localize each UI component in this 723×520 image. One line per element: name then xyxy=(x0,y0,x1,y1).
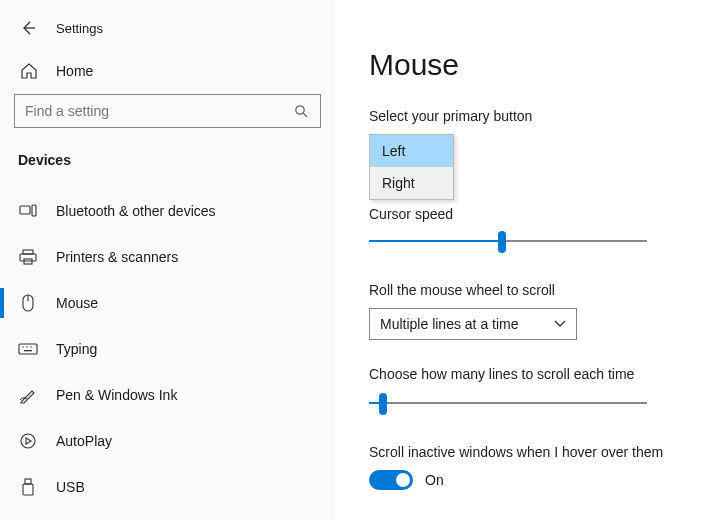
inactive-scroll-label: Scroll inactive windows when I hover ove… xyxy=(369,444,693,460)
slider-thumb[interactable] xyxy=(379,393,387,415)
header-title: Settings xyxy=(56,21,103,36)
devices-icon xyxy=(18,201,38,221)
toggle-state-label: On xyxy=(425,472,444,488)
header-row: Settings xyxy=(0,10,335,52)
page-title: Mouse xyxy=(369,48,693,82)
scroll-mode-select[interactable]: Multiple lines at a time xyxy=(369,308,577,340)
sidebar-item-autoplay[interactable]: AutoPlay xyxy=(0,418,335,464)
svg-rect-4 xyxy=(20,254,36,261)
cursor-speed-label: Cursor speed xyxy=(369,206,693,222)
autoplay-icon xyxy=(18,431,38,451)
main-content: Mouse Select your primary button Left Ri… xyxy=(335,0,723,520)
inactive-scroll-toggle[interactable] xyxy=(369,470,413,490)
sidebar-item-usb[interactable]: USB xyxy=(0,464,335,510)
sidebar-item-label: Pen & Windows Ink xyxy=(56,387,177,403)
svg-point-0 xyxy=(296,106,304,114)
sidebar-item-label: Bluetooth & other devices xyxy=(56,203,216,219)
dropdown-option-right[interactable]: Right xyxy=(370,167,453,199)
chevron-down-icon xyxy=(554,320,566,328)
scroll-lines-label: Choose how many lines to scroll each tim… xyxy=(369,366,693,382)
section-label: Devices xyxy=(0,146,335,188)
svg-rect-1 xyxy=(20,206,30,214)
sidebar-item-label: Typing xyxy=(56,341,97,357)
keyboard-icon xyxy=(18,339,38,359)
search-box[interactable] xyxy=(14,94,321,128)
sidebar-item-label: Printers & scanners xyxy=(56,249,178,265)
search-input[interactable] xyxy=(25,103,294,119)
search-wrap xyxy=(0,94,335,146)
sidebar-item-typing[interactable]: Typing xyxy=(0,326,335,372)
home-label: Home xyxy=(56,63,93,79)
slider-thumb[interactable] xyxy=(498,231,506,253)
sidebar-item-label: AutoPlay xyxy=(56,433,112,449)
primary-button-dropdown[interactable]: Left Right xyxy=(369,134,454,200)
search-icon xyxy=(294,104,310,118)
sidebar-item-label: Mouse xyxy=(56,295,98,311)
svg-rect-3 xyxy=(23,250,33,254)
printer-icon xyxy=(18,247,38,267)
mouse-icon xyxy=(18,293,38,313)
dropdown-option-left[interactable]: Left xyxy=(370,135,453,167)
home-nav[interactable]: Home xyxy=(0,52,335,94)
pen-icon xyxy=(18,385,38,405)
svg-point-10 xyxy=(26,346,27,347)
svg-point-11 xyxy=(30,346,31,347)
scroll-mode-label: Roll the mouse wheel to scroll xyxy=(369,282,693,298)
inactive-toggle-row: On xyxy=(369,470,693,490)
scroll-lines-slider[interactable] xyxy=(369,392,647,414)
slider-track-inactive xyxy=(383,402,647,404)
svg-rect-12 xyxy=(24,350,32,351)
svg-rect-2 xyxy=(32,205,36,216)
cursor-speed-slider[interactable] xyxy=(369,230,647,252)
sidebar-item-bluetooth[interactable]: Bluetooth & other devices xyxy=(0,188,335,234)
slider-track-inactive xyxy=(502,240,647,242)
scroll-mode-value: Multiple lines at a time xyxy=(380,316,519,332)
svg-rect-8 xyxy=(19,344,37,354)
svg-rect-15 xyxy=(23,484,33,495)
sidebar-item-printers[interactable]: Printers & scanners xyxy=(0,234,335,280)
home-icon xyxy=(20,62,38,80)
nav-list: Bluetooth & other devices Printers & sca… xyxy=(0,188,335,510)
sidebar-item-label: USB xyxy=(56,479,85,495)
slider-track-active xyxy=(369,240,502,242)
sidebar-item-mouse[interactable]: Mouse xyxy=(0,280,335,326)
dropdown-list: Left Right xyxy=(369,134,454,200)
svg-rect-14 xyxy=(25,479,31,484)
svg-point-13 xyxy=(21,434,35,448)
settings-sidebar: Settings Home Devices Bluetooth & other … xyxy=(0,0,335,520)
svg-point-9 xyxy=(22,346,23,347)
sidebar-item-pen[interactable]: Pen & Windows Ink xyxy=(0,372,335,418)
primary-button-label: Select your primary button xyxy=(369,108,693,124)
usb-icon xyxy=(18,477,38,497)
back-button[interactable] xyxy=(18,18,38,38)
